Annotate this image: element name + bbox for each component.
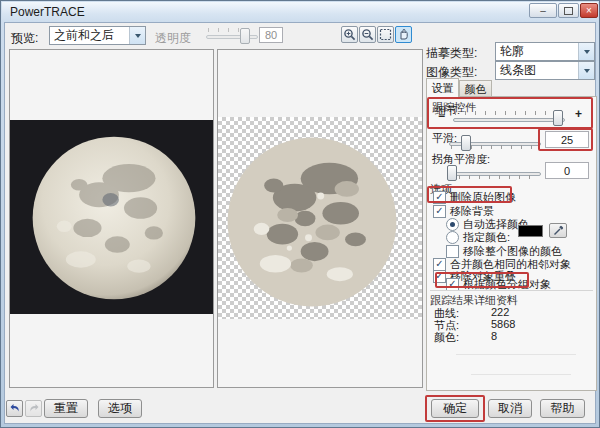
options-button[interactable]: 选项 xyxy=(98,399,142,418)
radio-label: 指定颜色: xyxy=(463,230,510,245)
corner-value-input[interactable]: 0 xyxy=(545,162,589,179)
detail-minus-button[interactable]: − xyxy=(438,109,445,123)
transparency-value: 80 xyxy=(259,27,283,43)
zoom-out-icon xyxy=(361,28,374,41)
checkbox-label: 删除原始图像 xyxy=(450,190,516,205)
detail-plus-button[interactable]: + xyxy=(575,107,582,121)
close-icon: × xyxy=(586,6,592,16)
image-type-value: 线条图 xyxy=(496,62,578,79)
smooth-slider[interactable] xyxy=(449,134,541,150)
zoom-to-fit-icon xyxy=(379,28,392,41)
smooth-slider-thumb[interactable] xyxy=(461,135,471,151)
colors-label: 颜色: xyxy=(434,330,459,345)
maximize-button[interactable] xyxy=(558,3,579,18)
traced-preview-pane[interactable] xyxy=(217,49,423,388)
pan-hand-icon xyxy=(397,28,410,41)
ok-button[interactable]: 确定 xyxy=(431,399,479,418)
tab-colors-label: 颜色 xyxy=(465,82,487,97)
reset-button-label: 重置 xyxy=(54,400,78,417)
preview-label: 预览: xyxy=(11,30,38,47)
chevron-down-icon xyxy=(578,62,594,79)
help-button-label: 帮助 xyxy=(551,400,575,417)
preview-select[interactable]: 之前和之后 xyxy=(49,26,146,45)
redo-button xyxy=(25,400,42,417)
minimize-icon: – xyxy=(540,6,546,16)
cancel-button-label: 取消 xyxy=(498,400,522,417)
trace-type-select[interactable]: 轮廓 xyxy=(495,42,595,61)
undo-icon xyxy=(9,403,21,414)
divider xyxy=(430,290,593,291)
reset-button[interactable]: 重置 xyxy=(44,399,88,418)
ok-button-label: 确定 xyxy=(443,400,467,417)
smooth-value-input[interactable]: 25 xyxy=(545,131,589,148)
cancel-button[interactable]: 取消 xyxy=(488,399,532,418)
options-button-label: 选项 xyxy=(108,400,132,417)
checkbox-icon: ✓ xyxy=(433,205,446,218)
window-title: PowerTRACE xyxy=(10,5,85,19)
transparency-slider xyxy=(206,27,258,43)
corner-smoothness-slider[interactable] xyxy=(447,164,541,180)
tab-settings-label: 设置 xyxy=(432,81,454,96)
eyedropper-button[interactable] xyxy=(549,223,567,238)
chevron-down-icon xyxy=(578,43,594,60)
divider xyxy=(471,374,571,375)
eyedropper-icon xyxy=(553,225,564,236)
zoom-in-button[interactable] xyxy=(341,26,358,43)
zoom-in-icon xyxy=(343,28,356,41)
pan-button[interactable] xyxy=(395,26,412,43)
minimize-button[interactable]: – xyxy=(529,3,557,18)
image-type-select[interactable]: 线条图 xyxy=(495,61,595,80)
nodes-value: 5868 xyxy=(491,318,515,330)
zoom-fit-button[interactable] xyxy=(377,26,394,43)
checkbox-icon: ✓ xyxy=(433,270,446,283)
corner-slider-thumb[interactable] xyxy=(447,165,457,181)
tab-colors[interactable]: 颜色 xyxy=(459,80,492,97)
detail-slider-thumb[interactable] xyxy=(553,110,563,126)
undo-button[interactable] xyxy=(6,400,23,417)
transparency-label: 透明度 xyxy=(155,30,191,47)
chevron-down-icon xyxy=(129,27,145,44)
help-button[interactable]: 帮助 xyxy=(540,399,585,418)
maximize-icon xyxy=(564,7,573,15)
trace-type-label: 描摹类型: xyxy=(426,45,477,62)
specified-color-swatch[interactable] xyxy=(518,225,543,237)
traced-moon-image xyxy=(225,135,399,309)
colors-value: 8 xyxy=(491,330,497,342)
curves-value: 222 xyxy=(491,306,509,318)
titlebar[interactable]: PowerTRACE xyxy=(2,2,598,22)
radio-specify-color[interactable]: 指定颜色: xyxy=(446,230,510,245)
tab-settings[interactable]: 设置 xyxy=(426,78,459,97)
original-moon-image xyxy=(31,135,197,301)
divider xyxy=(456,354,576,355)
redo-icon xyxy=(28,403,40,414)
zoom-out-button[interactable] xyxy=(359,26,376,43)
checkbox-icon: ✓ xyxy=(433,191,446,204)
original-preview-pane[interactable] xyxy=(9,49,214,388)
checkbox-delete-original[interactable]: ✓ 删除原始图像 xyxy=(433,190,516,205)
trace-type-value: 轮廓 xyxy=(496,43,578,60)
powertrace-dialog: PowerTRACE – × 预览: 之前和之后 透明度 80 xyxy=(0,0,600,428)
preview-select-value: 之前和之后 xyxy=(50,27,129,44)
close-button[interactable]: × xyxy=(580,3,598,18)
detail-slider[interactable] xyxy=(453,109,565,125)
radio-icon xyxy=(446,231,459,244)
